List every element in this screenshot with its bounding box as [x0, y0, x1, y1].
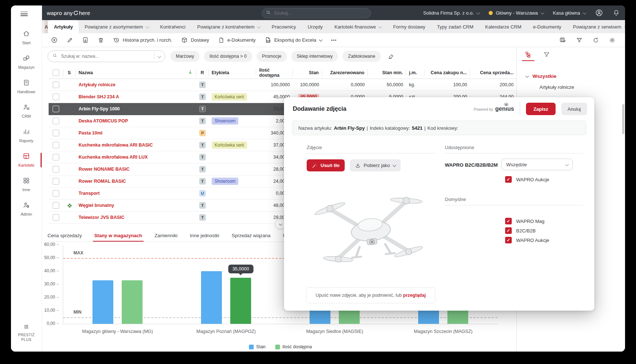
- column-header-stanmin[interactable]: Stan min.: [368, 69, 406, 76]
- hamburger-menu-icon[interactable]: [20, 10, 28, 18]
- bar-ilość-dostępna-1[interactable]: [230, 278, 251, 324]
- sidebar-item-handlowe[interactable]: Handlowe: [11, 74, 42, 99]
- column-header-stan[interactable]: Stan: [293, 69, 322, 76]
- branch-selector[interactable]: Główny - Warszawa: [489, 10, 543, 16]
- table-row[interactable]: Artykuły rolniczeT100,0000100,00000,0000…: [49, 79, 516, 91]
- bar-ilość-dostępna-0[interactable]: [122, 280, 143, 324]
- share-scope-select[interactable]: Wszędzie: [501, 159, 573, 170]
- checkbox-checked-icon[interactable]: ✓: [505, 176, 512, 183]
- sort-desc-icon[interactable]: [188, 69, 193, 76]
- filter-icon[interactable]: [542, 51, 551, 61]
- row-checkbox[interactable]: [53, 142, 59, 148]
- user-account-icon[interactable]: [595, 9, 603, 17]
- toolbar-more-icon[interactable]: [326, 35, 341, 46]
- tab-powiązane-z-kontrahentem[interactable]: Powiązane z kontrahentem: [192, 20, 266, 33]
- toolbar-delete-icon[interactable]: [94, 35, 108, 46]
- column-header-jm[interactable]: j.m.: [406, 69, 424, 76]
- download-as-button[interactable]: Pobierz jako: [350, 159, 401, 171]
- toolbar-button-e-dokumenty[interactable]: e-Dokumenty: [214, 35, 260, 46]
- sidebar-item-crm[interactable]: CRM: [11, 99, 42, 123]
- default-checkbox-wapro-mag[interactable]: ✓WAPRO Mag: [505, 218, 545, 224]
- browse-link[interactable]: przeglądaj: [403, 293, 426, 298]
- row-checkbox[interactable]: [53, 214, 59, 221]
- checkbox-checked-icon[interactable]: ✓: [505, 218, 512, 224]
- table-search-input[interactable]: [60, 53, 151, 59]
- filter-chip-promocje[interactable]: Promocje: [257, 51, 287, 62]
- save-button[interactable]: Zapisz: [526, 103, 555, 115]
- column-header-name[interactable]: Nazwa: [76, 69, 196, 76]
- column-header-r[interactable]: R: [196, 69, 209, 76]
- checkbox-checked-icon[interactable]: ✓: [505, 227, 512, 234]
- global-search[interactable]: [262, 8, 371, 18]
- row-checkbox[interactable]: [53, 166, 59, 172]
- filter-icon[interactable]: [576, 37, 583, 43]
- filter-chip-ilość-dostępna-0[interactable]: Ilość dostępna > 0: [204, 51, 252, 62]
- default-checkbox-b2c-b2b[interactable]: ✓B2C/B2B: [505, 227, 535, 234]
- row-checkbox[interactable]: [53, 81, 59, 88]
- settings-icon[interactable]: [609, 37, 616, 43]
- checkbox-checked-icon[interactable]: ✓: [505, 237, 512, 243]
- tab-powiązane-z-serwisem[interactable]: Powiązane z serwisem: [567, 20, 625, 33]
- toolbar-add-icon[interactable]: [47, 34, 62, 46]
- columns-icon[interactable]: [559, 37, 566, 43]
- refresh-icon[interactable]: [593, 37, 599, 43]
- global-search-input[interactable]: [273, 10, 348, 16]
- sidebar-item-inne[interactable]: Inne: [11, 172, 42, 197]
- default-checkbox-wapro-aukcje[interactable]: ✓WAPRO Aukcje: [505, 237, 549, 243]
- tab-kalendarze-crm[interactable]: Kalendarze CRM: [479, 20, 527, 33]
- sidebar-item-magazyn[interactable]: Magazyn: [11, 50, 42, 74]
- tree-view-icon[interactable]: [523, 51, 533, 61]
- filter-chip-sklep-internetowy[interactable]: Sklep internetowy: [291, 51, 338, 62]
- toolbar-button-historia-przych-i-rozch-[interactable]: Historia przych. i rozch.: [109, 34, 176, 46]
- tab-typy-zadań-crm[interactable]: Typy zadań CRM: [431, 20, 480, 33]
- detail-tab-sprzedaż-wiązana[interactable]: Sprzedaż wiązana: [232, 229, 270, 242]
- photo-dropzone[interactable]: Upuść nowe zdjęcie, aby je podmienić, lu…: [306, 287, 435, 303]
- toolbar-button-dostawy[interactable]: Dostawy: [177, 34, 213, 46]
- sidebar-item-prestiz-plus[interactable]: PRESTIŻPLUS: [11, 324, 42, 342]
- tab-pinned-a[interactable]: A: [45, 20, 48, 33]
- detail-tab-zamienniki[interactable]: Zamienniki: [155, 229, 178, 242]
- column-header-s[interactable]: S: [63, 69, 76, 76]
- select-all-checkbox[interactable]: [53, 69, 59, 76]
- row-checkbox[interactable]: [53, 178, 59, 185]
- tab-formy-dostawy[interactable]: Formy dostawy: [387, 20, 431, 33]
- sidebar-item-kartoteki[interactable]: Kartoteki: [11, 148, 42, 172]
- remove-background-button[interactable]: Usuń tło: [307, 159, 345, 171]
- column-header-qty[interactable]: Ilość dostępna: [256, 69, 293, 76]
- table-search[interactable]: [48, 50, 165, 62]
- cancel-button[interactable]: Anuluj: [561, 103, 587, 115]
- tree-node-child[interactable]: Artykuły rolnicze: [540, 84, 574, 90]
- tab-pracownicy[interactable]: Pracownicy: [266, 20, 302, 33]
- wapro-aukcje-checkbox-row[interactable]: ✓ WAPRO Aukcje: [505, 176, 549, 183]
- detail-tab-cena-sprzedaży[interactable]: Cena sprzedaży: [48, 229, 82, 242]
- sidebar-item-raporty[interactable]: Raporty: [11, 123, 42, 148]
- tab-urzędy[interactable]: Urzędy: [302, 20, 329, 33]
- tab-kartoteki-finansowe[interactable]: Kartoteki finansowe: [329, 20, 387, 33]
- cash-register-selector[interactable]: Kasa główna: [553, 10, 586, 16]
- column-header-reserved[interactable]: Zarezerwowano: [322, 69, 368, 76]
- company-selector[interactable]: Solidna Firma Sp. z o.o.: [423, 10, 480, 16]
- chevron-down-icon[interactable]: [158, 54, 161, 58]
- tab-artykuły[interactable]: Artykuły: [48, 20, 79, 33]
- detail-tab-stany-w-magazynach[interactable]: Stany w magazynach: [94, 229, 142, 242]
- column-header-sell[interactable]: Cena sprzeda...: [470, 69, 516, 76]
- bar-stan-0[interactable]: [92, 280, 113, 324]
- detail-tab-inne-jednostki[interactable]: Inne jednostki: [190, 229, 219, 242]
- sidebar-item-start[interactable]: Start: [11, 25, 42, 50]
- tab-e-dokumenty[interactable]: e-Dokumenty: [527, 20, 567, 33]
- bar-stan-1[interactable]: [201, 271, 222, 324]
- row-checkbox[interactable]: [53, 202, 59, 209]
- filter-chip-marżowy[interactable]: Marżowy: [170, 51, 200, 62]
- tab-kontrahenci[interactable]: Kontrahenci: [154, 20, 191, 33]
- row-checkbox[interactable]: [53, 154, 59, 160]
- toolbar-edit-icon[interactable]: [63, 35, 77, 46]
- filter-chip-zablokowane[interactable]: Zablokowane: [342, 51, 381, 62]
- row-checkbox[interactable]: [53, 190, 59, 197]
- column-header-label[interactable]: Etykieta: [209, 69, 256, 76]
- sidebar-item-admin[interactable]: Admin: [11, 197, 42, 221]
- row-checkbox[interactable]: [53, 106, 59, 112]
- notifications-bell-icon[interactable]: [613, 9, 620, 16]
- toolbar-button-eksportuj-do-excela[interactable]: XLSXEksportuj do Excela: [260, 34, 326, 46]
- clear-filters-eraser-icon[interactable]: [387, 53, 394, 60]
- toolbar-duplicate-icon[interactable]: [78, 34, 93, 46]
